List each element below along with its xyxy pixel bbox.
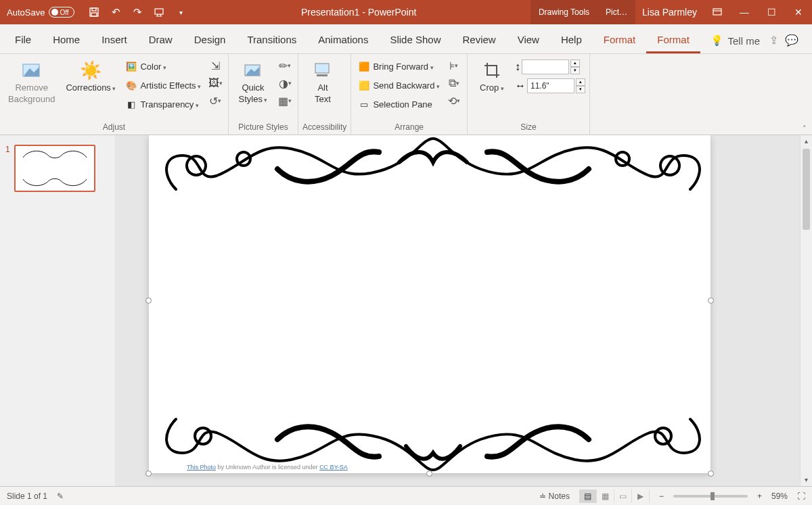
bring-forward-icon: 🟧 xyxy=(358,60,370,72)
title-bar: AutoSave Off ↶ ↷ ▾ Presentation1 - Power… xyxy=(0,0,812,24)
vertical-scrollbar[interactable]: ▴ ▾ xyxy=(800,135,812,486)
present-from-start-icon[interactable] xyxy=(153,6,165,18)
svg-point-12 xyxy=(660,156,679,175)
color-button[interactable]: 🖼️Color xyxy=(122,57,204,76)
height-down[interactable]: ▾ xyxy=(570,67,580,74)
picture-color-icon: 🖼️ xyxy=(125,60,137,72)
scroll-up-icon[interactable]: ▴ xyxy=(800,135,812,147)
scrollbar-thumb[interactable] xyxy=(803,149,810,230)
bring-forward-button[interactable]: 🟧Bring Forward xyxy=(355,57,443,76)
zoom-slider[interactable] xyxy=(673,495,748,498)
redo-icon[interactable]: ↷ xyxy=(131,6,143,18)
tab-draw[interactable]: Draw xyxy=(138,27,183,53)
svg-rect-1 xyxy=(92,8,96,11)
compress-pictures-button[interactable]: ⇲ xyxy=(206,57,224,74)
selection-handle-br[interactable] xyxy=(708,471,714,477)
group-button[interactable]: ⧉ xyxy=(445,74,463,92)
slide-indicator[interactable]: Slide 1 of 1 xyxy=(7,491,47,501)
crop-button[interactable]: Crop xyxy=(472,57,512,95)
minimize-button[interactable]: — xyxy=(731,0,758,24)
align-button[interactable]: ⊧ xyxy=(445,57,463,74)
quick-styles-button[interactable]: QuickStyles xyxy=(233,57,273,107)
sun-icon: ☀️ xyxy=(80,59,102,81)
ribbon-display-options-icon[interactable] xyxy=(704,0,731,24)
artistic-effects-icon: 🎨 xyxy=(125,79,137,91)
tab-transitions[interactable]: Transitions xyxy=(236,27,307,53)
slide-number: 1 xyxy=(5,145,10,192)
width-icon: ↔ xyxy=(515,80,526,92)
tab-view[interactable]: View xyxy=(507,27,550,53)
slide-thumbnails-pane[interactable]: 1 xyxy=(0,135,115,486)
tab-animations[interactable]: Animations xyxy=(307,27,379,53)
comments-icon[interactable]: 💬 xyxy=(785,34,798,47)
picture-effects-button[interactable]: ◑ xyxy=(276,74,294,92)
notes-button[interactable]: ≐ Notes xyxy=(539,491,570,501)
tab-design[interactable]: Design xyxy=(183,27,237,53)
slide-canvas-area[interactable]: This Photo by Unknown Author is licensed… xyxy=(115,135,812,486)
height-up[interactable]: ▴ xyxy=(570,59,580,67)
svg-rect-3 xyxy=(155,9,163,14)
tab-help[interactable]: Help xyxy=(550,27,593,53)
svg-rect-2 xyxy=(91,13,97,16)
undo-icon[interactable]: ↶ xyxy=(110,6,122,18)
account-user[interactable]: Lisa Parmley xyxy=(635,7,704,18)
selection-handle-bl[interactable] xyxy=(145,471,152,477)
send-backward-button[interactable]: 🟨Send Backward xyxy=(355,76,443,95)
reset-picture-button[interactable]: ↺ xyxy=(206,92,224,110)
tab-slideshow[interactable]: Slide Show xyxy=(379,27,451,53)
slide-sorter-view-icon[interactable]: ▦ xyxy=(597,489,614,503)
transparency-button[interactable]: ◧Transparency xyxy=(122,95,204,114)
width-down[interactable]: ▾ xyxy=(576,86,585,93)
zoom-in-button[interactable]: + xyxy=(757,491,762,501)
svg-rect-10 xyxy=(317,74,328,76)
svg-rect-9 xyxy=(315,64,329,73)
change-picture-button[interactable]: 🖼 xyxy=(206,74,224,92)
workspace: 1 xyxy=(0,135,812,486)
corrections-button[interactable]: ☀️ Corrections xyxy=(62,57,120,95)
autosave-toggle[interactable]: AutoSave Off xyxy=(7,7,74,18)
zoom-out-button[interactable]: − xyxy=(659,491,664,501)
rotate-button[interactable]: ⟲ xyxy=(445,92,463,110)
tab-drawing-format[interactable]: Format xyxy=(593,27,647,53)
tab-file[interactable]: File xyxy=(4,27,42,53)
selection-handle-left[interactable] xyxy=(145,297,152,304)
ribbon: RemoveBackground ☀️ Corrections 🖼️Color … xyxy=(0,54,812,135)
height-icon: ↕ xyxy=(515,61,520,73)
alt-text-button[interactable]: AltText xyxy=(302,57,343,107)
tab-insert[interactable]: Insert xyxy=(91,27,138,53)
tab-review[interactable]: Review xyxy=(451,27,506,53)
close-button[interactable]: ✕ xyxy=(785,0,812,24)
qat-customize-icon[interactable]: ▾ xyxy=(175,6,187,18)
group-label-adjust: Adjust xyxy=(4,121,224,133)
slide-thumbnail-1[interactable] xyxy=(14,145,95,192)
tab-picture-format[interactable]: Format xyxy=(646,27,700,53)
selection-handle-right[interactable] xyxy=(708,297,714,304)
transparency-icon: ◧ xyxy=(125,98,137,110)
picture-border-button[interactable]: ✏ xyxy=(276,57,294,74)
selection-pane-button[interactable]: ▭Selection Pane xyxy=(355,95,443,114)
spellcheck-icon[interactable]: ✎ xyxy=(57,491,64,501)
zoom-level[interactable]: 59% xyxy=(771,491,788,501)
slideshow-view-icon[interactable]: ▶ xyxy=(632,489,650,503)
width-up[interactable]: ▴ xyxy=(576,78,585,86)
maximize-button[interactable]: ☐ xyxy=(758,0,785,24)
picture-layout-button[interactable]: ▦ xyxy=(276,92,294,110)
attribution-link-photo[interactable]: This Photo xyxy=(187,464,216,471)
tell-me-search[interactable]: 💡Tell me xyxy=(701,28,769,53)
remove-background-button[interactable]: RemoveBackground xyxy=(4,57,59,107)
artistic-effects-button[interactable]: 🎨Artistic Effects xyxy=(122,76,204,95)
selection-handle-bottom[interactable] xyxy=(426,471,432,477)
height-input[interactable] xyxy=(522,59,569,74)
attribution-link-license[interactable]: CC BY-SA xyxy=(319,464,348,471)
reading-view-icon[interactable]: ▭ xyxy=(614,489,632,503)
slide[interactable]: This Photo by Unknown Author is licensed… xyxy=(149,135,710,473)
group-label-arrange: Arrange xyxy=(355,121,463,133)
collapse-ribbon-icon[interactable]: ˄ xyxy=(803,124,807,133)
fit-to-window-icon[interactable]: ⛶ xyxy=(797,491,805,501)
width-input[interactable]: 11.6" xyxy=(527,78,574,93)
share-icon[interactable]: ⇪ xyxy=(769,34,778,47)
tab-home[interactable]: Home xyxy=(42,27,91,53)
normal-view-icon[interactable]: ▤ xyxy=(579,489,597,503)
save-icon[interactable] xyxy=(88,6,100,18)
scroll-down-icon[interactable]: ▾ xyxy=(800,474,812,486)
